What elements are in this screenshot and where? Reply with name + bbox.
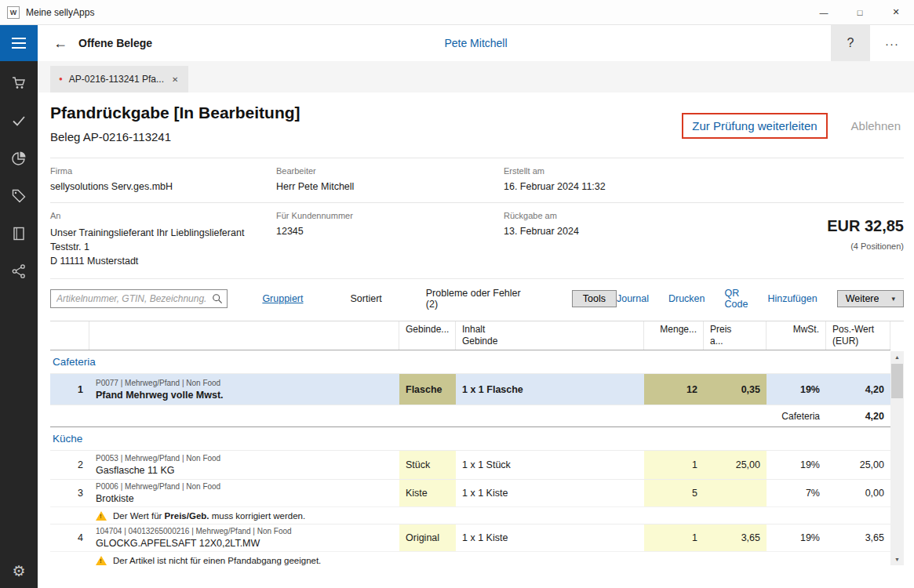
- document-title: Pfandrückgabe [In Bearbeitung]: [50, 103, 682, 122]
- sidebar-item-cart[interactable]: [11, 75, 27, 91]
- row-warning: ! Der Wert für Preis/Geb. muss korrigier…: [50, 506, 890, 524]
- close-button[interactable]: ✕: [878, 0, 914, 25]
- field-row-1: Firma sellysolutions Serv.ges.mbH Bearbe…: [50, 158, 904, 202]
- chevron-down-icon: ▾: [891, 295, 895, 303]
- more-icon: ···: [885, 37, 899, 50]
- menge-edit-cell[interactable]: 12: [644, 374, 704, 405]
- settings-button[interactable]: ⚙: [0, 562, 38, 580]
- tab-close-icon[interactable]: ✕: [170, 74, 180, 85]
- table-row[interactable]: 2 P0053 | Mehrweg/Pfand | Non Food Gasfl…: [50, 450, 890, 479]
- gebinde-edit-cell[interactable]: Stück: [399, 451, 456, 479]
- total-amount: EUR 32,85: [755, 217, 904, 235]
- search-input[interactable]: [50, 289, 228, 308]
- group-header-cafeteria[interactable]: Cafeteria: [50, 350, 890, 373]
- hamburger-icon: [12, 47, 26, 49]
- preis-edit-cell[interactable]: 0,35: [704, 374, 767, 405]
- gebinde-edit-cell[interactable]: Flasche: [399, 374, 456, 405]
- view-grouped-link[interactable]: Gruppiert: [262, 293, 303, 304]
- back-button[interactable]: ←: [49, 35, 72, 52]
- print-link[interactable]: Drucken: [668, 293, 705, 304]
- column-header-mwst[interactable]: MwSt.: [767, 321, 826, 350]
- hamburger-icon: [12, 38, 26, 39]
- minimize-button[interactable]: —: [806, 0, 842, 25]
- firma-value: sellysolutions Serv.ges.mbH: [50, 181, 276, 192]
- positions-toolbar: Gruppiert Sortiert Probleme oder Fehler …: [50, 278, 904, 310]
- group-header-kueche[interactable]: Küche: [50, 427, 890, 450]
- sidebar-item-tasks[interactable]: [11, 113, 27, 129]
- gebinde-edit-cell[interactable]: Original: [399, 524, 456, 551]
- window-title: Meine sellyApps: [26, 7, 94, 18]
- gear-icon: ⚙: [12, 563, 25, 579]
- help-button[interactable]: ?: [831, 25, 870, 61]
- kundennummer-label: Für Kundennummer: [276, 211, 504, 220]
- more-actions-button[interactable]: Weitere ▾: [837, 290, 904, 307]
- tools-button[interactable]: Tools: [572, 290, 617, 307]
- article-search: [50, 289, 228, 308]
- add-link[interactable]: Hinzufügen: [767, 293, 817, 304]
- menge-edit-cell[interactable]: 5: [644, 480, 704, 506]
- bearbeiter-label: Bearbeiter: [276, 166, 504, 176]
- subtotal-value: 4,20: [826, 405, 890, 426]
- erstellt-label: Erstellt am: [504, 166, 904, 176]
- preis-edit-cell[interactable]: 25,00: [704, 451, 767, 479]
- app-header: ← Offene Belege Pete Mitchell ? ···: [38, 25, 914, 61]
- cart-icon: [11, 75, 27, 91]
- table-scrollbar[interactable]: ▲ ▼: [890, 351, 904, 565]
- positions-table: Gebinde... InhaltGebinde Menge... Preisa…: [50, 321, 904, 565]
- app-logo-icon: W: [7, 6, 20, 19]
- hamburger-menu-button[interactable]: [0, 25, 38, 61]
- column-header-menge[interactable]: Menge...: [644, 321, 704, 350]
- article-cell: P0053 | Mehrweg/Pfand | Non Food Gasflas…: [89, 451, 399, 479]
- scrollbar-thumb[interactable]: [891, 364, 903, 398]
- column-header-pos-wert[interactable]: Pos.-Wert(EUR): [826, 321, 890, 350]
- search-icon[interactable]: [212, 293, 223, 304]
- column-header-article[interactable]: [89, 321, 399, 350]
- column-header-preis[interactable]: Preisa...: [704, 321, 767, 350]
- app-area: ← Offene Belege Pete Mitchell ? ··· ● AP…: [38, 25, 914, 588]
- more-button[interactable]: ···: [870, 25, 914, 61]
- sidebar-item-share[interactable]: [11, 263, 27, 279]
- gebinde-edit-cell[interactable]: Kiste: [399, 480, 456, 506]
- column-header-gebinde[interactable]: Gebinde...: [399, 321, 456, 350]
- firma-label: Firma: [50, 166, 276, 176]
- scroll-down-icon[interactable]: ▼: [890, 554, 904, 565]
- column-header-number[interactable]: [50, 321, 89, 350]
- problems-filter[interactable]: Probleme oder Fehler (2): [426, 288, 526, 310]
- window-controls: — □ ✕: [806, 0, 914, 25]
- titlebar-left: W Meine sellyApps: [0, 6, 806, 19]
- bearbeiter-value: Herr Pete Mitchell: [276, 181, 504, 192]
- forward-for-review-button[interactable]: Zur Prüfung weiterleiten: [682, 113, 827, 139]
- book-icon: [11, 226, 27, 241]
- table-row[interactable]: 4 104704 | 04013265000216 | Mehrweg/Pfan…: [50, 524, 890, 551]
- row-warning: ! Der Artikel ist nicht für einen Pfanda…: [50, 551, 890, 565]
- erstellt-value: 16. Februar 2024 11:32: [504, 181, 904, 192]
- qr-code-link[interactable]: QR Code: [725, 288, 748, 310]
- share-icon: [11, 263, 27, 279]
- preis-edit-cell[interactable]: [704, 480, 767, 506]
- user-menu[interactable]: Pete Mitchell: [444, 37, 507, 49]
- maximize-button[interactable]: □: [842, 0, 878, 25]
- menge-edit-cell[interactable]: 1: [644, 451, 704, 479]
- hamburger-icon: [12, 42, 26, 44]
- column-header-inhalt[interactable]: InhaltGebinde: [456, 321, 644, 350]
- field-row-2: An Unser Trainingslieferant Ihr Liebling…: [50, 202, 904, 278]
- scroll-up-icon[interactable]: ▲: [890, 351, 904, 363]
- sidebar-item-reports[interactable]: [11, 151, 27, 166]
- view-sorted-link[interactable]: Sortiert: [350, 293, 381, 304]
- tab-document[interactable]: ● AP-0216-113241 Pfa... ✕: [50, 66, 188, 93]
- table-row[interactable]: 1 P0077 | Mehrweg/Pfand | Non Food Pfand…: [50, 373, 890, 405]
- sidebar-item-labels[interactable]: [11, 188, 27, 204]
- subtotal-label: Cafeteria: [767, 405, 826, 426]
- window-titlebar: W Meine sellyApps — □ ✕: [0, 0, 914, 25]
- tab-strip: ● AP-0216-113241 Pfa... ✕: [38, 61, 914, 93]
- recipient-address: Unser Trainingslieferant Ihr Lieblingsli…: [50, 226, 276, 268]
- menge-edit-cell[interactable]: 1: [644, 524, 704, 551]
- checkmark-icon: [11, 113, 27, 129]
- sidebar-item-journal[interactable]: [11, 226, 27, 241]
- position-count: (4 Positionen): [755, 241, 904, 251]
- journal-link[interactable]: Journal: [617, 293, 649, 304]
- preis-edit-cell[interactable]: 3,65: [704, 524, 767, 551]
- table-row[interactable]: 3 P0006 | Mehrweg/Pfand | Non Food Brotk…: [50, 479, 890, 506]
- reject-button[interactable]: Ablehnen: [848, 114, 904, 137]
- article-cell: 104704 | 04013265000216 | Mehrweg/Pfand …: [89, 524, 399, 551]
